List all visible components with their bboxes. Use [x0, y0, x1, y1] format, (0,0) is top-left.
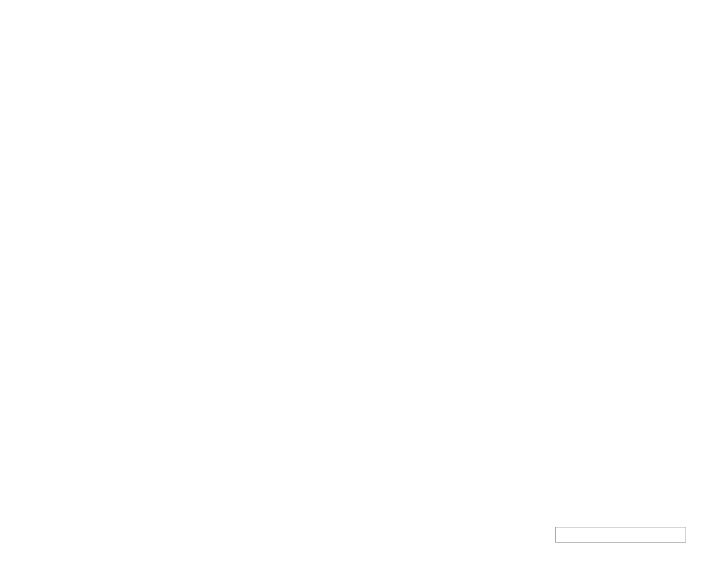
- source-attribution-box: [555, 527, 686, 543]
- weather-map-page: [0, 0, 728, 562]
- map-canvas: [0, 0, 728, 562]
